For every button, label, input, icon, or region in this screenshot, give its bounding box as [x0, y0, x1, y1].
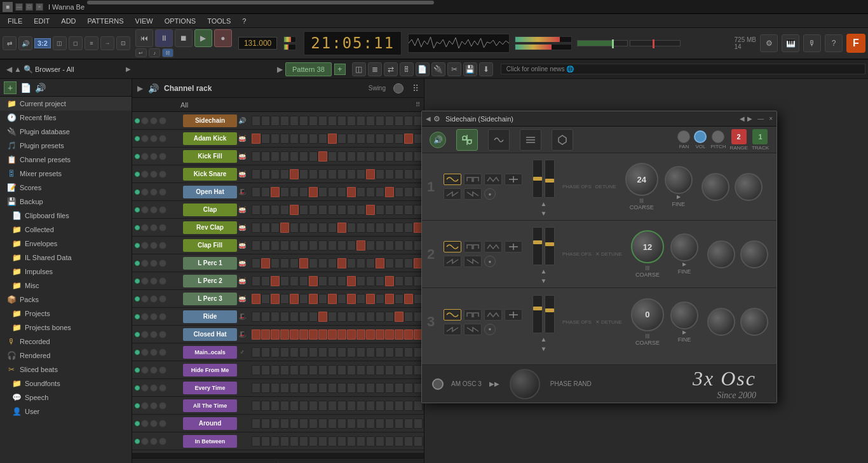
icon-help[interactable]: ? — [825, 34, 843, 52]
master-pitch-slider[interactable] — [630, 40, 681, 46]
ch-btn-3[interactable] — [159, 242, 166, 249]
channel-name-adam-kick[interactable]: Adam Kick — [183, 132, 237, 145]
osc2-pan-knob[interactable] — [740, 240, 768, 268]
browser-item-il-shared-data[interactable]: 📁 IL Shared Data — [0, 251, 132, 265]
pattern-add[interactable]: + — [334, 64, 346, 75]
win-max[interactable]: □ — [25, 3, 33, 11]
menu-tools[interactable]: TOOLS — [202, 16, 236, 26]
browser-nav-up[interactable]: ▲ — [14, 65, 22, 74]
osc1-wave-saw[interactable] — [464, 188, 482, 200]
ch-btn-3[interactable] — [159, 188, 166, 196]
phase-arrow[interactable]: ▶▶ — [489, 380, 499, 387]
master-vol-slider[interactable] — [577, 40, 628, 46]
osc3-vol-knob[interactable] — [707, 308, 735, 336]
ch-btn-2[interactable] — [150, 295, 158, 303]
browser-search-icon[interactable]: 🔍 — [24, 65, 33, 74]
bpm-display[interactable]: 131.000 — [238, 37, 277, 50]
ch-btn-3[interactable] — [159, 259, 166, 267]
loop-btn[interactable]: ↩ — [135, 48, 147, 57]
plugin-nav-right-2[interactable]: ▶ — [747, 115, 752, 122]
osc2-arrow-down[interactable]: ▼ — [541, 277, 547, 284]
browser-item-current-project[interactable]: 📁 Current project — [0, 97, 132, 111]
ch-btn-1[interactable] — [141, 206, 149, 214]
ch-btn-3[interactable] — [159, 117, 166, 125]
browser-item-backup[interactable]: 💾 Backup — [0, 195, 132, 209]
channel-rack-grid-icon[interactable]: ⠿ — [412, 83, 419, 93]
plugin-nav-right-1[interactable]: ◀ — [740, 115, 745, 122]
icon-audio[interactable]: 🎙 — [803, 34, 821, 52]
ch-active-dot[interactable] — [135, 385, 140, 390]
osc1-fader-left[interactable] — [532, 160, 543, 198]
ch-active-dot[interactable] — [135, 279, 140, 284]
chain-btn[interactable]: ⛓ — [162, 48, 173, 57]
ch-active-dot[interactable] — [135, 368, 140, 373]
osc3-arrow-up[interactable]: ▲ — [541, 336, 547, 343]
ch-active-dot[interactable] — [135, 439, 140, 444]
playlist-icon-5[interactable]: 📄 — [416, 62, 430, 76]
ch-active-dot[interactable] — [135, 207, 140, 212]
ch-btn-2[interactable] — [150, 277, 158, 285]
ch-btn-1[interactable] — [141, 224, 149, 232]
plugin-tab-misc[interactable] — [520, 129, 541, 151]
range-badge[interactable]: 2 — [731, 129, 747, 144]
channel-name-all-the-time[interactable]: All The Time — [183, 399, 237, 412]
ch-btn-3[interactable] — [159, 331, 166, 338]
ch-active-dot[interactable] — [135, 154, 140, 159]
browser-item-scores[interactable]: 📝 Scores — [0, 181, 132, 195]
browser-add-btn[interactable]: + — [4, 81, 17, 94]
channel-name-ride[interactable]: Ride — [183, 310, 237, 323]
browser-item-plugin-database[interactable]: 🔌 Plugin database — [0, 125, 132, 139]
osc1-wave-triangle[interactable] — [484, 174, 502, 185]
ch-active-dot[interactable] — [135, 421, 140, 426]
pattern-btn[interactable]: Pattern 38 — [285, 62, 332, 76]
osc1-coarse-knob[interactable]: 24 — [625, 163, 658, 196]
ch-btn-1[interactable] — [141, 259, 149, 267]
menu-help[interactable]: ? — [237, 16, 251, 26]
osc1-pan-knob[interactable] — [735, 173, 763, 201]
transport-icon-2[interactable]: 🔊 — [18, 36, 32, 50]
channel-name-closed-hat[interactable]: Closed Hat — [183, 328, 237, 341]
menu-view[interactable]: VIEW — [130, 16, 158, 26]
ch-btn-2[interactable] — [150, 384, 158, 392]
play-btn[interactable]: ▶ — [194, 29, 212, 47]
channel-rack-nav[interactable]: ▶ — [137, 84, 143, 93]
ch-btn-1[interactable] — [141, 402, 149, 410]
ch-btn-1[interactable] — [141, 242, 149, 249]
ch-btn-1[interactable] — [141, 331, 149, 338]
ch-btn-3[interactable] — [159, 277, 166, 285]
osc3-fader-left[interactable] — [532, 295, 543, 333]
ch-btn-3[interactable] — [159, 135, 166, 142]
record-btn[interactable]: ● — [214, 29, 232, 47]
ch-btn-3[interactable] — [159, 366, 166, 374]
channel-name-l-perc-2[interactable]: L Perc 2 — [183, 275, 237, 287]
channel-name-hide-from-me[interactable]: Hide From Me — [183, 364, 237, 377]
channel-name-l-perc-1[interactable]: L Perc 1 — [183, 257, 237, 270]
browser-item-misc[interactable]: 📁 Misc — [0, 279, 132, 293]
plugin-tab-volpan[interactable] — [456, 129, 478, 151]
menu-add[interactable]: ADD — [56, 16, 81, 26]
browser-item-user[interactable]: 👤 User — [0, 404, 132, 418]
ch-active-dot[interactable] — [135, 350, 140, 355]
ch-btn-1[interactable] — [141, 188, 149, 196]
ch-btn-2[interactable] — [150, 438, 158, 445]
transport-icon-4[interactable]: ◻ — [69, 36, 83, 50]
osc3-wave-triangle[interactable] — [484, 309, 502, 321]
osc1-wave-add[interactable] — [505, 174, 522, 185]
browser-item-recorded[interactable]: 🎙 Recorded — [0, 335, 132, 349]
ch-btn-1[interactable] — [141, 117, 149, 125]
osc2-fader-left[interactable] — [532, 227, 543, 265]
osc2-wave-triangle[interactable] — [484, 241, 502, 252]
ch-btn-3[interactable] — [159, 420, 166, 427]
browser-item-envelopes[interactable]: 📁 Envelopes — [0, 237, 132, 251]
ch-btn-3[interactable] — [159, 170, 166, 178]
track-badge[interactable]: 1 — [752, 129, 768, 144]
ch-btn-2[interactable] — [150, 135, 158, 142]
osc2-wave-saw-inv[interactable] — [444, 256, 461, 267]
ch-btn-1[interactable] — [141, 366, 149, 374]
icon-cpu[interactable]: ⚙ — [760, 34, 778, 52]
ch-btn-2[interactable] — [150, 153, 158, 160]
browser-item-packs[interactable]: 📦 Packs — [0, 293, 132, 307]
browser-item-channel-presets[interactable]: 📋 Channel presets — [0, 153, 132, 167]
ch-btn-1[interactable] — [141, 349, 149, 356]
osc2-wave-add[interactable] — [505, 241, 522, 252]
